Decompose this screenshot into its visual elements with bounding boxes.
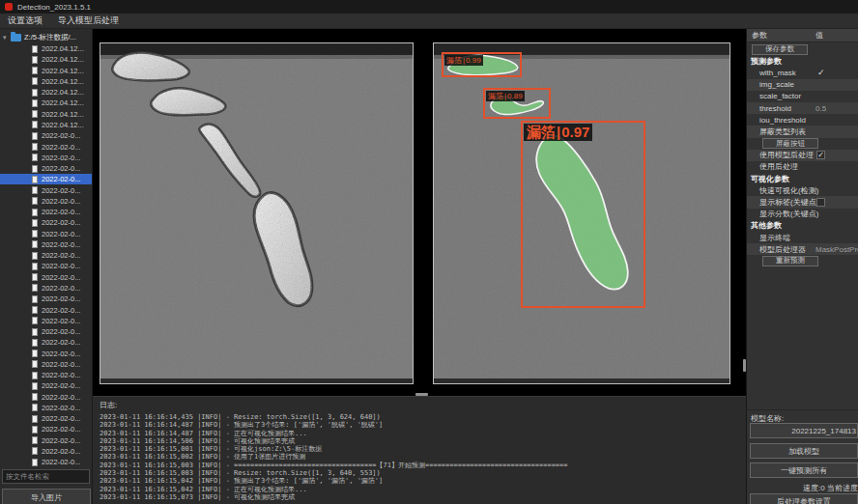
param-button[interactable]: 重新预测 (762, 256, 818, 266)
param-button[interactable]: 保存参数 (752, 44, 808, 55)
tree-item[interactable]: 2022-02-0... (0, 403, 93, 413)
tree-item[interactable]: 2022.04.12... (0, 109, 93, 120)
param-row[interactable]: 屏蔽按钮 (747, 138, 858, 150)
tree-item[interactable]: 2022.04.12... (0, 54, 93, 65)
tree-item[interactable]: 2022-02-0... (0, 141, 93, 152)
tree-item[interactable]: 2022-02-0... (0, 130, 93, 141)
param-row[interactable]: 快速可视化(检测) (747, 184, 858, 196)
tree-item[interactable]: 2022-02-0... (0, 435, 93, 446)
param-row[interactable]: iou_threshold (747, 114, 858, 126)
param-label: with_mask (759, 69, 796, 77)
tree-item[interactable]: 2022-02-0... (0, 413, 93, 424)
check-icon[interactable]: ✓ (817, 68, 825, 77)
param-row[interactable]: 显示标签(关键点) (747, 196, 858, 208)
param-row[interactable]: 模型后处理器MaskPostPro (747, 243, 858, 255)
model-name-button[interactable]: 20221225_174813 (750, 423, 858, 438)
tree-item[interactable]: 2022-02-0... (0, 392, 93, 403)
load-model-button[interactable]: 加载模型 (750, 443, 858, 459)
tree-item-label: 2022-02-0... (42, 218, 80, 227)
tree-item[interactable]: 2022-02-0... (0, 239, 93, 250)
postprocess-settings-button[interactable]: 后处理参数设置 (750, 493, 858, 504)
tree-item-label: 2022.04.12... (42, 98, 84, 107)
file-icon (32, 263, 38, 270)
tree-item[interactable]: 2022-02-0... (0, 294, 93, 304)
menu-import-postprocess[interactable]: 导入模型后处理 (58, 14, 119, 27)
tree-item[interactable]: 2022-02-0... (0, 326, 93, 337)
tree-item[interactable]: 2022-02-0... (0, 163, 93, 174)
param-row[interactable]: img_scale (747, 79, 858, 91)
tree-item[interactable]: 2022-02-0... (0, 272, 93, 283)
param-row[interactable]: 显示分数(关键点) (747, 209, 858, 220)
menu-settings[interactable]: 设置选项 (8, 14, 43, 27)
detection-class: 漏箔 (446, 56, 462, 65)
param-row[interactable]: 保存参数 (747, 43, 858, 55)
checkbox-icon[interactable]: ✓ (816, 151, 825, 159)
log-line: 2023-01-11 16:16:15,001 |INFO| - 可视化json… (100, 445, 746, 453)
file-icon (32, 328, 38, 336)
tree-item[interactable]: 2022-02-0... (0, 457, 93, 467)
tree-item[interactable]: 2022-02-0... (0, 250, 93, 261)
detection-label: 漏箔|0.99 (444, 55, 483, 66)
file-icon (32, 132, 38, 140)
tree-item[interactable]: 2022-02-0... (0, 337, 93, 348)
param-row[interactable]: 重新预测 (747, 255, 858, 266)
file-tree[interactable]: ▾ Z:/5-标注数据/... 2022.04.12...2022.04.12.… (0, 31, 93, 467)
checkbox-icon[interactable] (816, 198, 825, 207)
param-button[interactable]: 屏蔽按钮 (762, 138, 818, 149)
import-image-button[interactable]: 导入图片 (2, 489, 91, 504)
original-image-canvas[interactable] (100, 42, 414, 384)
param-row[interactable]: with_mask✓ (747, 67, 858, 78)
tree-item[interactable]: 2022-02-0... (0, 370, 93, 380)
param-label: 预测参数 (751, 56, 782, 67)
tree-item[interactable]: 2022-02-0... (0, 380, 93, 391)
tree-item[interactable]: 2022-02-0... (0, 217, 93, 228)
detection-score: 0.89 (507, 92, 523, 100)
tree-item[interactable]: 2022-02-0... (0, 283, 93, 294)
tree-item[interactable]: 2022-02-0... (0, 207, 93, 217)
tree-item[interactable]: 2022-02-0... (0, 316, 93, 326)
param-row[interactable]: 使用模型后处理✓ (747, 150, 858, 161)
param-row[interactable]: 屏蔽类型列表 (747, 126, 858, 137)
tree-item[interactable]: 2022-02-0... (0, 424, 93, 434)
tree-item[interactable]: 2022-02-0... (0, 359, 93, 370)
tree-item-label: 2022.04.12... (42, 67, 84, 75)
tree-item[interactable]: 2022.04.12... (0, 98, 93, 108)
tree-item[interactable]: 2022.04.12... (0, 43, 93, 54)
tree-root[interactable]: ▾ Z:/5-标注数据/... (0, 31, 93, 43)
tree-item[interactable]: 2022.04.12... (0, 87, 93, 98)
param-row[interactable]: 显示终端 (747, 232, 858, 243)
tree-item[interactable]: 2022-02-0... (0, 229, 93, 239)
window-title: Detection_2023.1.5.1 (17, 3, 91, 12)
tree-item[interactable]: 2022-02-0... (0, 174, 93, 184)
column-header-value: 值 (815, 29, 823, 42)
param-value[interactable]: MaskPostPro (815, 245, 858, 254)
tree-item[interactable]: 2022.04.12... (0, 120, 93, 130)
search-input[interactable] (2, 469, 90, 484)
tree-item-label: 2022-02-0... (42, 404, 80, 412)
tree-item[interactable]: 2022.04.12... (0, 66, 93, 76)
param-label: 使用后处理 (759, 161, 798, 172)
param-row[interactable]: 使用后处理 (747, 161, 858, 173)
prediction-image-canvas[interactable]: 漏箔|0.99漏箔|0.89漏箔|0.97 (433, 42, 730, 384)
tree-item[interactable]: 2022-02-0... (0, 261, 93, 271)
tree-item[interactable]: 2022-02-0... (0, 446, 93, 457)
app-icon (5, 3, 13, 11)
tree-item[interactable]: 2022.04.12... (0, 76, 93, 87)
predict-all-button[interactable]: 一键预测所有 (750, 462, 858, 478)
tree-item[interactable]: 2022-02-0... (0, 153, 93, 163)
log-panel[interactable]: 日志: 2023-01-11 16:16:14,435 |INFO| - Res… (93, 396, 746, 504)
tree-item[interactable]: 2022-02-0... (0, 348, 93, 358)
detection-box: 漏箔|0.97 (521, 121, 645, 308)
param-row[interactable]: threshold0.5 (747, 102, 858, 114)
param-label: img_scale (759, 80, 794, 89)
tree-item[interactable]: 2022-02-0... (0, 196, 93, 207)
chevron-down-icon[interactable]: ▾ (3, 34, 11, 42)
tree-item-label: 2022-02-0... (42, 273, 80, 282)
file-icon (32, 426, 38, 434)
tree-item[interactable]: 2022-02-0... (0, 184, 93, 195)
param-row[interactable]: scale_factor (747, 91, 858, 102)
log-line: 2023-01-11 16:16:14,435 |INFO| - Resize:… (100, 413, 746, 421)
tree-item[interactable]: 2022-02-0... (0, 304, 93, 315)
param-value[interactable]: 0.5 (815, 104, 826, 113)
detection-box: 漏箔|0.99 (442, 52, 522, 77)
